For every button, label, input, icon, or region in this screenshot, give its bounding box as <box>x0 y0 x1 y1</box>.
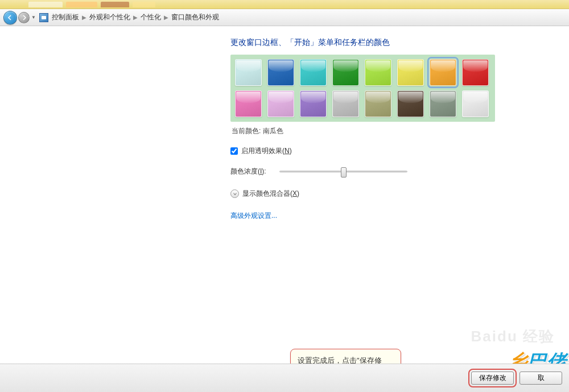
color-swatch[interactable] <box>365 59 391 86</box>
arrow-right-icon <box>21 15 27 20</box>
history-dropdown[interactable]: ▼ <box>31 15 37 20</box>
current-color-label: 当前颜色: 南瓜色 <box>232 126 569 136</box>
color-swatch[interactable] <box>462 59 489 86</box>
intensity-label: 颜色浓度(I): <box>230 167 275 176</box>
bottom-bar: 保存修改 取 <box>0 364 569 392</box>
transparency-row: 启用透明效果(N) <box>230 146 569 156</box>
breadcrumb-item[interactable]: 个性化 <box>141 13 161 22</box>
back-button[interactable] <box>3 11 17 24</box>
color-swatch[interactable] <box>300 90 327 117</box>
color-swatch[interactable] <box>332 59 359 86</box>
control-panel-icon <box>39 13 48 22</box>
arrow-left-icon <box>7 15 13 20</box>
save-button[interactable]: 保存修改 <box>471 372 514 385</box>
page-heading: 更改窗口边框、「开始」菜单和任务栏的颜色 <box>230 38 569 48</box>
color-swatch[interactable] <box>267 90 294 117</box>
tab-blur <box>28 2 63 7</box>
color-swatch[interactable] <box>332 90 359 117</box>
color-palette <box>230 55 495 122</box>
chevron-down-icon <box>230 189 239 198</box>
transparency-checkbox[interactable] <box>230 147 238 155</box>
color-swatch[interactable] <box>267 59 294 86</box>
color-swatch[interactable] <box>397 90 424 117</box>
tab-blur <box>66 2 97 7</box>
breadcrumb-item[interactable]: 外观和个性化 <box>89 13 130 22</box>
color-swatch[interactable] <box>365 90 391 117</box>
mixer-label: 显示颜色混合器(X) <box>242 189 299 199</box>
intensity-slider[interactable] <box>279 166 407 176</box>
content-area: 更改窗口边框、「开始」菜单和任务栏的颜色 当前颜色: 南瓜色 启用透明效果(N)… <box>0 26 569 221</box>
color-swatch[interactable] <box>462 90 489 117</box>
breadcrumb-item[interactable]: 控制面板 <box>52 13 79 22</box>
tab-blur <box>133 2 155 7</box>
cancel-button[interactable]: 取 <box>519 372 562 385</box>
color-swatch[interactable] <box>397 59 424 86</box>
color-swatch[interactable] <box>430 59 456 86</box>
tab-blur <box>101 2 129 7</box>
color-swatch[interactable] <box>300 59 327 86</box>
breadcrumb: 控制面板▶ 外观和个性化▶ 个性化▶ 窗口颜色和外观 <box>52 13 219 22</box>
advanced-appearance-link[interactable]: 高级外观设置... <box>230 211 569 221</box>
color-swatch[interactable] <box>235 90 262 117</box>
navbar: ▼ 控制面板▶ 外观和个性化▶ 个性化▶ 窗口颜色和外观 <box>0 9 569 26</box>
breadcrumb-item[interactable]: 窗口颜色和外观 <box>171 13 219 22</box>
intensity-row: 颜色浓度(I): <box>230 166 569 176</box>
color-mixer-expander[interactable]: 显示颜色混合器(X) <box>230 189 569 199</box>
slider-thumb[interactable] <box>341 167 347 178</box>
window-titlebar <box>0 0 569 9</box>
transparency-label: 启用透明效果(N) <box>241 146 292 156</box>
color-swatch[interactable] <box>235 59 262 86</box>
watermark-baidu: Baidu 经验 <box>471 327 555 346</box>
forward-button[interactable] <box>18 12 30 23</box>
color-swatch[interactable] <box>430 90 456 117</box>
